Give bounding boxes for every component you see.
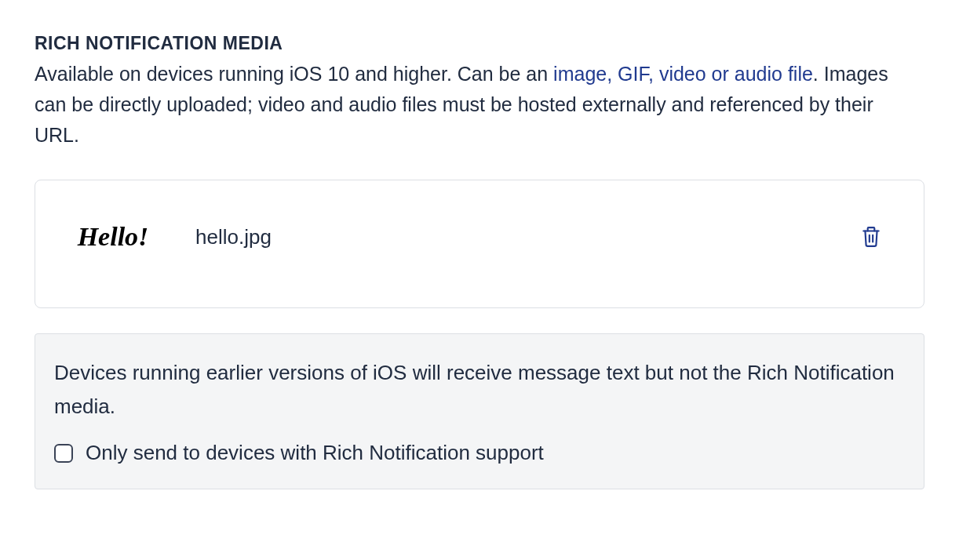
section-title: RICH NOTIFICATION MEDIA (35, 33, 924, 54)
trash-icon (861, 226, 881, 248)
section-description: Available on devices running iOS 10 and … (35, 59, 913, 150)
media-upload-card: Hello! hello.jpg (35, 180, 924, 308)
media-filename: hello.jpg (195, 225, 856, 249)
delete-media-button[interactable] (856, 221, 886, 253)
compatibility-info-text: Devices running earlier versions of iOS … (54, 356, 905, 424)
thumbnail-text: Hello! (78, 222, 149, 252)
rich-support-checkbox-label[interactable]: Only send to devices with Rich Notificat… (86, 441, 544, 465)
checkbox-row: Only send to devices with Rich Notificat… (54, 441, 905, 465)
media-types-link[interactable]: image, GIF, video or audio file (553, 63, 813, 85)
media-thumbnail: Hello! (73, 213, 153, 260)
description-text-pre: Available on devices running iOS 10 and … (35, 63, 553, 85)
compatibility-info-box: Devices running earlier versions of iOS … (35, 333, 924, 489)
rich-support-checkbox[interactable] (54, 444, 73, 463)
